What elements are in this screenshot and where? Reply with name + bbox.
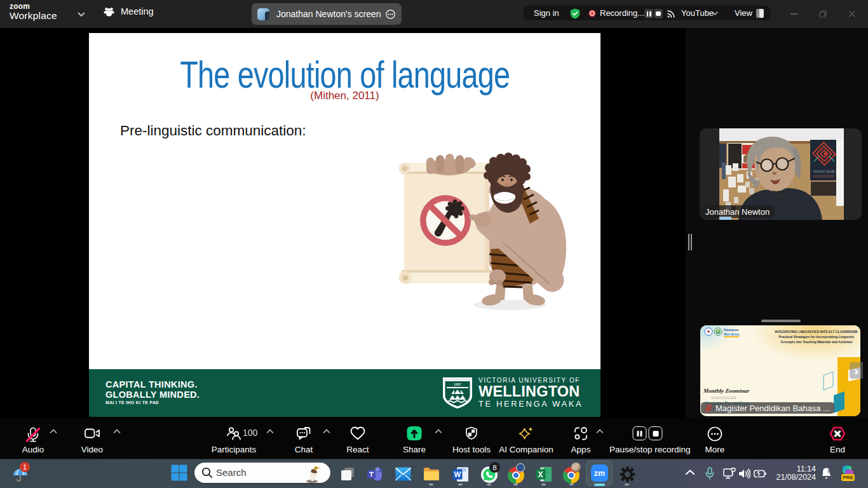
svg-text:Kampus: Kampus bbox=[724, 328, 739, 332]
svg-text:Merdeka: Merdeka bbox=[724, 332, 740, 336]
svg-text:NIGHT HUB 2: NIGHT HUB 2 bbox=[813, 170, 838, 173]
svg-text:Concepts into Teaching Materia: Concepts into Teaching Materials and Act… bbox=[781, 340, 853, 344]
svg-text:31 AGUSTUS 2021: 31 AGUSTUS 2021 bbox=[711, 396, 736, 400]
svg-text:1897: 1897 bbox=[454, 383, 461, 386]
svg-text:Monthly Zoominar: Monthly Zoominar bbox=[703, 388, 750, 394]
svg-text:Practical Strategies for Incor: Practical Strategies for Incorporating L… bbox=[779, 335, 855, 339]
svg-text:INTEGRATING LINGUISTICS INTO E: INTEGRATING LINGUISTICS INTO ELT CLASSRO… bbox=[775, 329, 858, 334]
